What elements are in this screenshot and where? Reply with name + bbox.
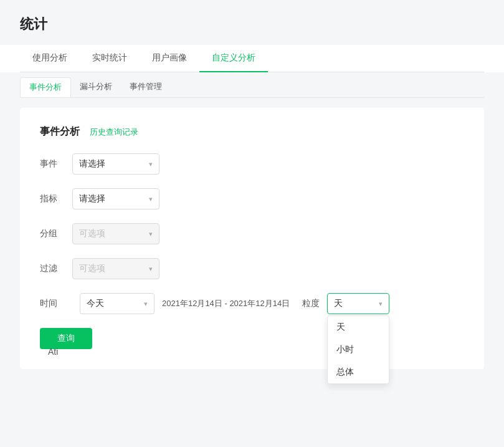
granularity-wrapper: 天 ▾ 天 小时 总体 — [327, 293, 389, 314]
main-card: 事件分析 历史查询记录 事件 请选择 ▾ 指标 请选择 ▾ 分组 可选项 ▾ — [20, 108, 484, 369]
history-link[interactable]: 历史查询记录 — [90, 127, 138, 138]
time-select-value: 今天 — [87, 298, 104, 309]
granularity-value: 天 — [334, 298, 343, 309]
event-select[interactable]: 请选择 ▾ — [72, 153, 159, 175]
event-chevron-icon: ▾ — [149, 160, 153, 168]
top-tabs: 使用分析 实时统计 用户画像 自定义分析 — [20, 45, 484, 72]
page-wrapper: 统计 使用分析 实时统计 用户画像 自定义分析 事件分析 漏斗分析 事件管理 事… — [0, 0, 504, 447]
query-button-row: 查询 — [40, 328, 464, 349]
page-title: 统计 — [20, 15, 484, 34]
group-select[interactable]: 可选项 ▾ — [72, 223, 159, 244]
filter-select-value: 可选项 — [79, 263, 105, 274]
filter-row: 过滤 可选项 ▾ — [40, 258, 464, 279]
time-chevron-icon: ▾ — [144, 300, 148, 308]
event-row: 事件 请选择 ▾ — [40, 153, 464, 175]
query-button[interactable]: 查询 — [40, 328, 92, 349]
granularity-select[interactable]: 天 ▾ — [327, 293, 389, 314]
group-select-value: 可选项 — [79, 228, 105, 239]
bottom-ati-text: Ati — [48, 347, 58, 357]
event-label: 事件 — [40, 158, 72, 170]
time-row: 时间 今天 ▾ 2021年12月14日 - 2021年12月14日 粒度 天 ▾… — [40, 293, 464, 314]
tab-user-portrait[interactable]: 用户画像 — [140, 45, 199, 72]
subtab-event-analysis[interactable]: 事件分析 — [20, 77, 71, 97]
granularity-label: 粒度 — [302, 298, 320, 309]
dropdown-item-hour[interactable]: 小时 — [328, 339, 389, 361]
dropdown-item-day[interactable]: 天 — [328, 316, 389, 339]
sub-tabs: 事件分析 漏斗分析 事件管理 — [20, 72, 484, 98]
subtab-funnel-analysis[interactable]: 漏斗分析 — [71, 77, 121, 97]
filter-label: 过滤 — [40, 263, 72, 274]
card-header: 事件分析 历史查询记录 — [40, 125, 464, 138]
metric-chevron-icon: ▾ — [149, 195, 153, 203]
granularity-dropdown: 天 小时 总体 — [327, 315, 389, 384]
filter-select[interactable]: 可选项 ▾ — [72, 258, 159, 279]
event-select-value: 请选择 — [79, 158, 105, 170]
card-title: 事件分析 — [40, 125, 80, 138]
group-chevron-icon: ▾ — [149, 230, 153, 238]
time-label: 时间 — [40, 298, 72, 309]
group-label: 分组 — [40, 228, 72, 239]
metric-label: 指标 — [40, 193, 72, 204]
metric-select-value: 请选择 — [79, 193, 105, 204]
group-row: 分组 可选项 ▾ — [40, 223, 464, 244]
tab-custom-analysis[interactable]: 自定义分析 — [199, 45, 268, 72]
subtab-event-management[interactable]: 事件管理 — [121, 77, 171, 97]
metric-select[interactable]: 请选择 ▾ — [72, 188, 159, 209]
granularity-chevron-icon: ▾ — [379, 300, 383, 308]
tab-usage[interactable]: 使用分析 — [20, 45, 80, 72]
date-range-text: 2021年12月14日 - 2021年12月14日 — [162, 298, 290, 309]
tab-realtime[interactable]: 实时统计 — [80, 45, 140, 72]
metric-row: 指标 请选择 ▾ — [40, 188, 464, 209]
time-select[interactable]: 今天 ▾ — [80, 293, 155, 314]
filter-chevron-icon: ▾ — [149, 265, 153, 273]
dropdown-item-total[interactable]: 总体 — [328, 361, 389, 383]
